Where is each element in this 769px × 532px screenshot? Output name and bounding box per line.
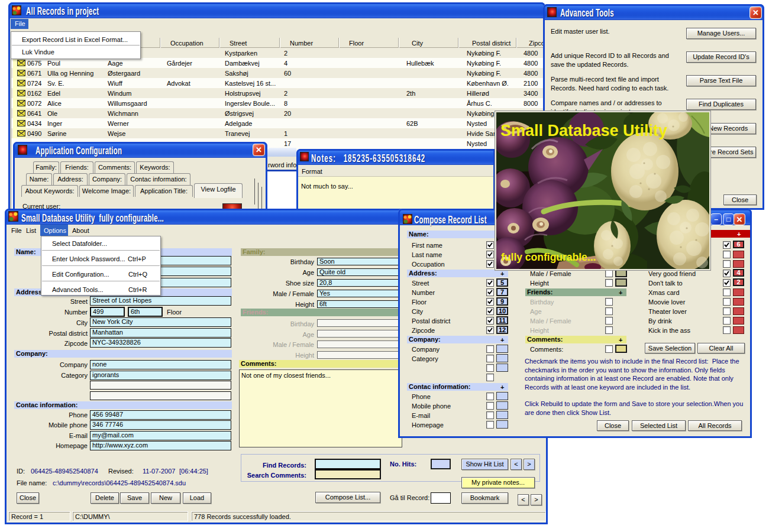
svg-text:Small Database Utility: Small Database Utility (500, 122, 667, 140)
svg-text:fully configurable...: fully configurable... (501, 251, 596, 263)
